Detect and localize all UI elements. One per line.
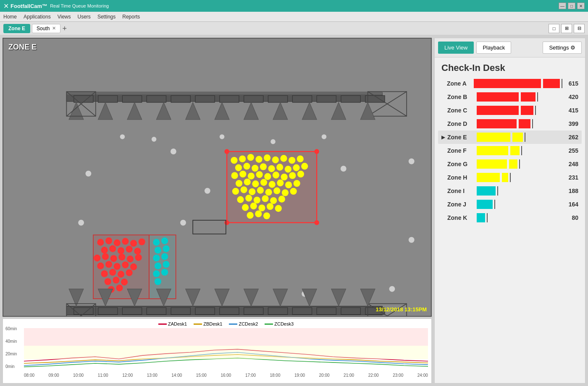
south-tab-close[interactable]: ✕ [52,26,56,31]
svg-point-125 [163,245,169,252]
app-subtitle: Real Time Queue Monitoring [50,3,109,8]
svg-point-136 [341,166,346,172]
zone-count-label: 80 [562,214,578,221]
floorplan-svg [3,39,431,316]
svg-rect-11 [268,96,287,102]
add-tab-button[interactable]: + [62,25,67,32]
bar-divider [487,213,488,222]
grid2-view-button[interactable]: ⊞ [561,24,572,33]
playback-button[interactable]: Playback [476,42,511,54]
svg-point-65 [269,181,276,188]
zone-count-label: 255 [562,147,578,154]
svg-point-33 [314,220,319,225]
svg-point-86 [267,203,273,210]
svg-rect-159 [292,308,312,314]
zone-e-tab[interactable]: Zone E [3,24,30,33]
svg-point-45 [252,165,258,172]
zone-bar [477,186,562,196]
zone-bar [477,200,562,209]
menu-item-reports[interactable]: Reports [122,14,140,20]
svg-point-91 [97,239,104,245]
svg-point-117 [105,278,111,285]
zone-bar [477,159,562,169]
zone-row-zone-j[interactable]: Zone J164 [438,198,582,211]
legend-label-zadesk1: ZADesk1 [168,321,187,326]
svg-point-113 [101,270,108,277]
svg-point-42 [297,155,304,162]
bar-divider [525,133,525,142]
zone-row-zone-h[interactable]: Zone H231 [438,171,582,184]
zone-row-zone-b[interactable]: Zone B420 [438,90,582,104]
legend-label-zcdesk3: ZCDesk3 [274,321,294,326]
svg-point-110 [114,263,121,270]
zone-row-zone-f[interactable]: Zone F255 [438,144,582,157]
zone-row-zone-d[interactable]: Zone D399 [438,117,582,130]
minimize-button[interactable]: — [559,3,566,9]
svg-point-124 [155,247,161,253]
zone-row-zone-e[interactable]: ▶Zone E262 [438,130,582,144]
svg-point-82 [278,196,285,202]
bar-divider [535,106,536,115]
svg-point-59 [289,172,296,179]
app-name: FootfallCam™ [10,3,47,9]
svg-point-97 [101,247,108,253]
zone-bar [477,213,562,222]
svg-point-40 [280,155,287,162]
chart-y-0: 0min [5,364,15,369]
zone-row-zone-k[interactable]: Zone K80 [438,211,582,224]
menu-item-applications[interactable]: Applications [24,14,51,20]
chart-x-label: 14:00 [171,373,182,378]
south-view-tab[interactable]: South ✕ [32,24,60,33]
svg-point-87 [275,205,282,212]
menu-item-settings[interactable]: Settings [97,14,116,20]
svg-point-118 [113,276,119,283]
menu-item-views[interactable]: Views [58,14,71,20]
zone-row-zone-g[interactable]: Zone G248 [438,157,582,171]
menu-item-home[interactable]: Home [3,14,17,20]
svg-point-95 [130,240,137,247]
svg-point-31 [314,149,319,154]
svg-point-142 [409,237,415,243]
zone-count-label: 415 [562,107,578,114]
zone-count-label: 399 [562,120,578,127]
svg-rect-153 [147,308,166,314]
svg-point-116 [126,269,133,276]
chart-x-label: 10:00 [73,373,84,378]
svg-point-103 [102,253,109,260]
titlebar: ✕ FootfallCam™ Real Time Queue Monitorin… [0,0,588,12]
checkin-desk-title: Check-In Desk [435,57,585,77]
svg-rect-2 [66,91,382,94]
svg-point-55 [256,171,263,178]
svg-point-36 [247,154,254,161]
svg-point-111 [122,261,129,268]
svg-point-90 [263,212,270,219]
svg-point-30 [224,149,229,154]
svg-point-109 [105,261,112,268]
close-button[interactable]: ✕ [577,3,585,9]
app-logo: ✕ [3,2,9,10]
grid3-view-button[interactable]: ⊟ [574,24,585,33]
single-view-button[interactable]: □ [549,24,559,33]
svg-rect-152 [122,308,142,314]
south-tab-label: South [37,26,50,31]
zone-row-zone-c[interactable]: Zone C415 [438,104,582,117]
svg-point-96 [139,238,145,245]
svg-point-81 [270,197,277,204]
settings-button[interactable]: Settings ⚙ [543,42,582,54]
svg-point-105 [118,253,125,260]
zone-row-zone-a[interactable]: Zone A615 [438,77,582,90]
svg-point-99 [118,247,124,254]
camera-zone-label: ZONE E [8,43,37,52]
chart-red-zone [24,328,428,346]
live-view-button[interactable]: Live View [438,42,474,54]
zone-bar [474,79,563,88]
svg-point-72 [257,187,264,193]
zone-name-label: Zone J [447,201,477,208]
menu-item-users[interactable]: Users [78,14,91,20]
svg-point-130 [153,270,160,277]
legend-label-zcdesk2: ZCDesk2 [239,321,258,326]
zone-row-zone-i[interactable]: Zone I188 [438,184,582,198]
restore-button[interactable]: □ [568,3,575,9]
svg-point-70 [241,186,247,193]
zone-count-label: 420 [562,94,578,100]
